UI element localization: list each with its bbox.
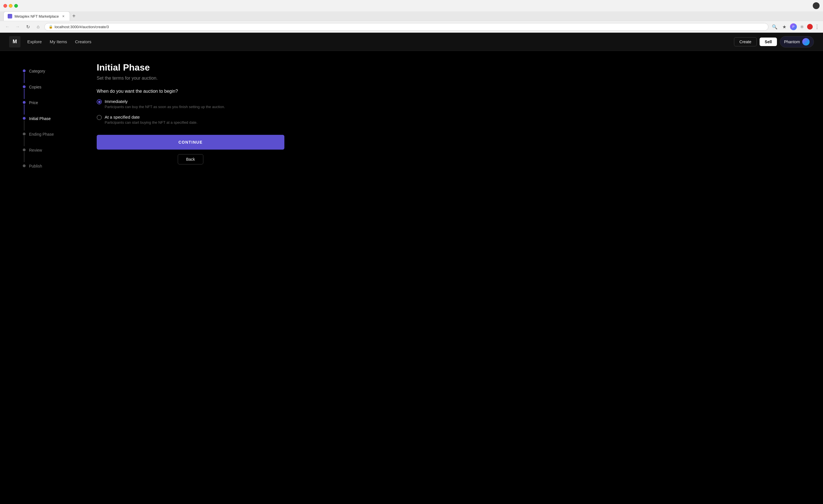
browser-chrome: Metaplex NFT Marketplace × + ← → ↻ ⌂ 🔒 l…: [0, 0, 823, 33]
browser-search-icon[interactable]: 🔍: [771, 23, 779, 31]
page-subtitle: Set the terms for your auction.: [97, 76, 284, 81]
new-tab-button[interactable]: +: [70, 12, 78, 20]
step-line-initial-phase: [24, 120, 24, 131]
navbar: M Explore My Items Creators Create Sell …: [0, 33, 823, 51]
traffic-lights: [3, 4, 18, 8]
step-line-ending-phase: [24, 136, 24, 146]
step-label-review: Review: [29, 147, 42, 163]
ad-blocker-icon[interactable]: [807, 24, 813, 30]
step-dot-price: [23, 101, 26, 104]
nav-logo[interactable]: M: [9, 36, 20, 47]
step-copies: Copies: [23, 84, 79, 100]
tab-favicon: [8, 14, 12, 18]
lock-icon: 🔒: [49, 25, 53, 29]
step-indicator-price: [23, 100, 26, 115]
step-indicator-category: [23, 68, 26, 83]
create-button[interactable]: Create: [734, 37, 757, 46]
step-price: Price: [23, 100, 79, 116]
step-line-copies: [24, 89, 24, 99]
auction-start-options: Immediately Participants can buy the NFT…: [97, 99, 284, 125]
step-initial-phase: Initial Phase: [23, 116, 79, 131]
reload-button[interactable]: ↻: [24, 23, 32, 31]
address-text: localhost:3000/#/auction/create/3: [54, 25, 109, 29]
radio-specified-date-content: At a specified date Participants can sta…: [105, 115, 197, 125]
profile-extension-icon[interactable]: P: [790, 23, 797, 30]
step-indicator-publish: [23, 163, 26, 167]
minimize-window-button[interactable]: [9, 4, 12, 8]
phantom-wallet-button[interactable]: Phantom: [780, 36, 814, 47]
nav-links: Explore My Items Creators: [27, 39, 91, 44]
app-container: M Explore My Items Creators Create Sell …: [0, 33, 823, 504]
forward-nav-button[interactable]: →: [14, 23, 22, 31]
browser-tab[interactable]: Metaplex NFT Marketplace ×: [3, 11, 70, 21]
step-label-copies: Copies: [29, 84, 41, 100]
radio-specified-date[interactable]: [97, 115, 102, 120]
tab-bar: Metaplex NFT Marketplace × +: [0, 11, 823, 21]
phantom-label: Phantom: [784, 39, 800, 44]
navbar-right: Create Sell Phantom: [734, 36, 814, 47]
browser-titlebar: [0, 0, 823, 11]
sell-button[interactable]: Sell: [760, 37, 777, 46]
step-category: Category: [23, 68, 79, 84]
radio-immediately-desc: Participants can buy the NFT as soon as …: [105, 105, 225, 109]
bookmark-icon[interactable]: ★: [780, 23, 788, 31]
content-area: Initial Phase Set the terms for your auc…: [79, 62, 284, 500]
option-immediately[interactable]: Immediately Participants can buy the NFT…: [97, 99, 284, 109]
step-indicator-initial-phase: [23, 116, 26, 131]
step-label-initial-phase: Initial Phase: [29, 116, 51, 131]
back-button[interactable]: Back: [178, 154, 203, 164]
step-line-price: [24, 105, 24, 115]
step-label-category: Category: [29, 68, 45, 84]
phantom-avatar: [802, 38, 810, 45]
nav-link-my-items[interactable]: My Items: [50, 39, 67, 44]
nav-link-creators[interactable]: Creators: [75, 39, 92, 44]
step-line-category: [24, 73, 24, 83]
step-dot-publish: [23, 164, 26, 167]
step-dot-initial-phase: [23, 117, 26, 120]
step-dot-copies: [23, 85, 26, 88]
step-dot-category: [23, 69, 26, 72]
nav-link-explore[interactable]: Explore: [27, 39, 42, 44]
step-label-ending-phase: Ending Phase: [29, 131, 54, 147]
radio-immediately-content: Immediately Participants can buy the NFT…: [105, 99, 225, 109]
step-dot-ending-phase: [23, 133, 26, 135]
step-label-publish: Publish: [29, 163, 42, 179]
browser-extension-icon: [813, 2, 820, 9]
step-indicator-copies: [23, 84, 26, 99]
step-dot-review: [23, 149, 26, 151]
close-window-button[interactable]: [3, 4, 7, 8]
main-content: Category Copies Price: [0, 51, 823, 504]
browser-toolbar: ← → ↻ ⌂ 🔒 localhost:3000/#/auction/creat…: [0, 21, 823, 32]
radio-specified-date-label: At a specified date: [105, 115, 197, 120]
navbar-left: M Explore My Items Creators: [9, 36, 91, 47]
tab-close-button[interactable]: ×: [61, 14, 66, 18]
step-indicator-ending-phase: [23, 131, 26, 146]
step-label-price: Price: [29, 100, 38, 116]
step-line-review: [24, 152, 24, 162]
address-bar[interactable]: 🔒 localhost:3000/#/auction/create/3: [44, 23, 769, 31]
browser-menu-button[interactable]: ⋮: [814, 24, 820, 30]
home-button[interactable]: ⌂: [34, 23, 42, 31]
step-review: Review: [23, 147, 79, 163]
back-nav-button[interactable]: ←: [3, 23, 11, 31]
radio-immediately[interactable]: [97, 99, 102, 105]
step-indicator-review: [23, 147, 26, 162]
option-specified-date[interactable]: At a specified date Participants can sta…: [97, 115, 284, 125]
step-publish: Publish: [23, 163, 79, 179]
page-title: Initial Phase: [97, 62, 284, 73]
maximize-window-button[interactable]: [14, 4, 18, 8]
tab-title: Metaplex NFT Marketplace: [14, 14, 59, 18]
puzzle-extension-icon[interactable]: ⚛: [799, 23, 805, 30]
step-ending-phase: Ending Phase: [23, 131, 79, 147]
browser-extensions: 🔍 ★ P ⚛ ⋮: [771, 23, 820, 31]
continue-button[interactable]: CONTINUE: [97, 135, 284, 150]
radio-immediately-label: Immediately: [105, 99, 225, 104]
radio-specified-date-desc: Participants can start buying the NFT at…: [105, 120, 197, 125]
auction-begin-question: When do you want the auction to begin?: [97, 89, 284, 94]
steps-sidebar: Category Copies Price: [23, 62, 79, 500]
